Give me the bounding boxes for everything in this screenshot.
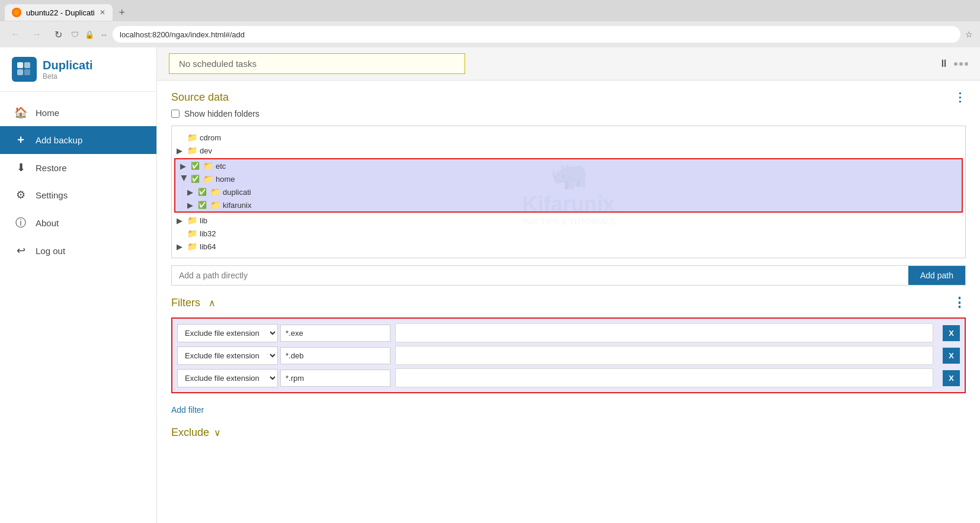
- tab-favicon: [12, 8, 21, 17]
- spinner-dot-3: [965, 62, 968, 66]
- tree-item-home-label: home: [216, 175, 235, 184]
- logo-icon: [12, 57, 37, 82]
- tree-item-cdrom-label: cdrom: [200, 133, 221, 142]
- new-tab-button[interactable]: +: [115, 5, 129, 20]
- show-hidden-label: Show hidden folders: [184, 109, 260, 118]
- add-icon: +: [14, 133, 27, 147]
- exclude-title: Exclude: [171, 426, 209, 439]
- forward-button[interactable]: →: [28, 26, 45, 43]
- add-filter-link[interactable]: Add filter: [171, 403, 204, 417]
- sidebar-item-settings[interactable]: ⚙ Settings: [0, 181, 156, 208]
- tab-bar: ubuntu22 - Duplicati ✕ +: [0, 0, 980, 21]
- tree-item-lib[interactable]: ▶ 📁 lib: [172, 214, 965, 227]
- sidebar-item-add-backup-label: Add backup: [36, 135, 82, 145]
- main-content: Source data ⋮ Show hidden folders 🦏 Kifa…: [157, 81, 980, 523]
- spinner-dot-2: [959, 62, 963, 66]
- expand-arrow-lib64: ▶: [177, 242, 185, 251]
- filter-delete-deb[interactable]: X: [943, 348, 960, 364]
- sidebar-item-about[interactable]: ⓘ About: [0, 208, 156, 237]
- about-icon: ⓘ: [14, 216, 27, 230]
- tree-item-etc[interactable]: ▶ ✅ 📁 etc: [175, 159, 962, 172]
- sidebar-header: Duplicati Beta: [0, 47, 156, 92]
- tree-item-dev[interactable]: ▶ 📁 dev: [172, 144, 965, 157]
- folder-icon-duplicati: 📁: [210, 187, 220, 197]
- tree-item-kifarunix[interactable]: ▶ ✅ 📁 kifarunix: [175, 198, 962, 211]
- filter-type-select-exe[interactable]: Exclude file extension: [177, 324, 278, 342]
- filters-menu-button[interactable]: ⋮: [953, 295, 966, 310]
- folder-icon-lib64: 📁: [187, 242, 197, 251]
- tree-item-lib-label: lib: [200, 216, 207, 225]
- expand-arrow-lib: ▶: [177, 216, 185, 225]
- filter-spacer-exe: [395, 323, 933, 342]
- app-wrapper: Duplicati Beta 🏠 Home + Add backup ⬇ Res…: [0, 47, 980, 523]
- filters-collapse-icon[interactable]: ∧: [209, 297, 216, 309]
- app-beta: Beta: [43, 72, 92, 81]
- sidebar-item-home[interactable]: 🏠 Home: [0, 99, 156, 126]
- expand-arrow-home: ▶: [180, 175, 189, 183]
- show-hidden-checkbox[interactable]: [171, 110, 180, 118]
- checked-icon-duplicati: ✅: [198, 188, 207, 196]
- lock-icon: 🔒: [85, 30, 94, 39]
- filters-section: Filters ∧ ⋮ Exclude file extension X: [157, 295, 980, 426]
- source-data-menu-button[interactable]: ⋮: [954, 90, 966, 104]
- tree-item-home[interactable]: ▶ ✅ 📁 home: [175, 172, 962, 185]
- logo-text: Duplicati Beta: [43, 59, 92, 81]
- settings-icon: ⚙: [14, 188, 27, 201]
- folder-icon-kifarunix: 📁: [210, 200, 220, 210]
- filter-value-rpm[interactable]: [280, 370, 390, 387]
- sidebar-item-home-label: Home: [36, 108, 59, 118]
- checked-icon-kifarunix: ✅: [198, 201, 207, 209]
- sidebar-item-restore[interactable]: ⬇ Restore: [0, 154, 156, 181]
- address-bar: ← → ↻ 🛡 🔒 ↔ ☆: [0, 21, 980, 47]
- folder-icon-lib32: 📁: [187, 229, 197, 238]
- tab-close-button[interactable]: ✕: [100, 8, 105, 17]
- filter-row-rpm: Exclude file extension X: [177, 368, 960, 387]
- file-tree: 🦏 Kifarunix *NIX TIPS & TUTORIALS ▶ 📁 cd…: [171, 126, 966, 258]
- add-path-button[interactable]: Add path: [908, 266, 965, 285]
- folder-icon-home: 📁: [203, 174, 213, 184]
- filter-value-exe[interactable]: [280, 325, 390, 342]
- bookmark-button[interactable]: ☆: [965, 30, 973, 39]
- header-controls: ⏸: [939, 57, 968, 70]
- sidebar-item-logout-label: Log out: [36, 246, 65, 256]
- tree-item-duplicati-label: duplicati: [223, 188, 251, 197]
- exclude-section: Exclude ∨: [157, 426, 980, 439]
- add-path-input[interactable]: [172, 266, 908, 285]
- sidebar-item-restore-label: Restore: [36, 163, 67, 173]
- scheduled-tasks-box: No scheduled tasks: [169, 53, 465, 74]
- folder-icon-lib: 📁: [187, 216, 197, 225]
- tree-item-kifarunix-label: kifarunix: [223, 201, 251, 210]
- folder-icon-cdrom: 📁: [187, 133, 197, 142]
- filters-title: Filters: [171, 297, 200, 309]
- checked-icon-etc: ✅: [191, 162, 200, 170]
- scheduled-tasks-text: No scheduled tasks: [179, 59, 257, 69]
- expand-arrow-kifarunix: ▶: [187, 201, 196, 210]
- pause-button[interactable]: ⏸: [939, 57, 949, 70]
- sidebar-item-add-backup[interactable]: + Add backup: [0, 126, 156, 154]
- filter-type-select-deb[interactable]: Exclude file extension: [177, 346, 278, 365]
- sidebar-item-logout[interactable]: ↩ Log out: [0, 237, 156, 264]
- back-button[interactable]: ←: [7, 26, 24, 43]
- tree-item-lib64[interactable]: ▶ 📁 lib64: [172, 240, 965, 253]
- filter-delete-rpm[interactable]: X: [943, 370, 960, 386]
- tree-item-lib32[interactable]: ▶ 📁 lib32: [172, 227, 965, 240]
- source-data-section-header: Source data ⋮: [157, 81, 980, 109]
- address-input[interactable]: [113, 26, 960, 43]
- filter-spacer-deb: [395, 346, 933, 365]
- filter-type-select-rpm[interactable]: Exclude file extension: [177, 369, 278, 387]
- logout-icon: ↩: [14, 244, 27, 257]
- restore-icon: ⬇: [14, 161, 27, 174]
- filter-value-deb[interactable]: [280, 347, 390, 364]
- tree-item-cdrom[interactable]: ▶ 📁 cdrom: [172, 131, 965, 144]
- browser-chrome: ubuntu22 - Duplicati ✕ + ← → ↻ 🛡 🔒 ↔ ☆: [0, 0, 980, 47]
- source-data-title: Source data: [171, 91, 229, 104]
- reload-button[interactable]: ↻: [50, 26, 66, 43]
- sidebar-item-about-label: About: [36, 218, 59, 228]
- expand-arrow-duplicati: ▶: [187, 188, 196, 197]
- filter-delete-exe[interactable]: X: [943, 325, 960, 341]
- source-section: Show hidden folders 🦏 Kifarunix *NIX TIP…: [157, 109, 980, 285]
- tree-item-duplicati[interactable]: ▶ ✅ 📁 duplicati: [175, 185, 962, 198]
- main-area: No scheduled tasks ⏸ Source data ⋮: [157, 47, 980, 523]
- active-tab[interactable]: ubuntu22 - Duplicati ✕: [5, 4, 113, 21]
- exclude-expand-icon[interactable]: ∨: [214, 427, 221, 438]
